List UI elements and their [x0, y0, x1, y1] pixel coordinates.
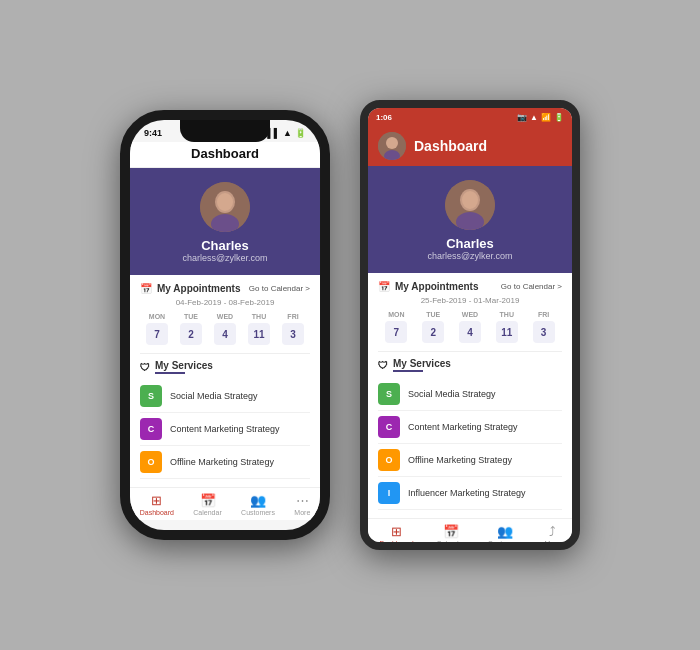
iphone-main-content[interactable]: 📅 My Appointments Go to Calendar > 04-Fe…	[130, 275, 320, 487]
iphone-go-to-calendar[interactable]: Go to Calendar >	[249, 284, 310, 293]
iphone-time: 9:41	[144, 128, 162, 138]
android-dashboard-icon: ⊞	[391, 524, 402, 539]
android-calendar-grid: MON 7 TUE 2 WED 4 THU 11 FRI 3	[378, 311, 562, 343]
iphone-date-range: 04-Feb-2019 - 08-Feb-2019	[140, 298, 310, 307]
iphone-nav-customers[interactable]: 👥 Customers	[241, 493, 275, 516]
android-hero-email: charless@zylker.com	[427, 251, 512, 261]
iphone-hero-avatar	[200, 182, 250, 232]
android-avatar-image	[378, 132, 406, 160]
android-service-label-4: Influencer Marketing Strategy	[408, 488, 526, 498]
cal-fri: FRI 3	[282, 313, 304, 345]
iphone-nav-dashboard-label: Dashboard	[140, 509, 174, 516]
iphone-service-label-3: Offline Marketing Strategy	[170, 457, 274, 467]
android-time: 1:06	[376, 113, 392, 122]
android-customers-icon: 👥	[497, 524, 513, 539]
android-nav-more[interactable]: ⤴ More	[545, 524, 561, 542]
calendar-nav-icon: 📅	[200, 493, 216, 508]
android-status-icons: 📷 ▲ 📶 🔋	[517, 113, 564, 122]
android-service-label-1: Social Media Strategy	[408, 389, 496, 399]
android-calendar-nav-icon: 📅	[443, 524, 459, 539]
iphone-services-section: 🛡 My Services	[140, 360, 310, 374]
android-status-bar: 1:06 📷 ▲ 📶 🔋	[368, 108, 572, 126]
iphone-nav-calendar-label: Calendar	[193, 509, 221, 516]
android-nav-dashboard[interactable]: ⊞ Dashboard	[379, 524, 413, 542]
iphone-service-icon-s: S	[140, 385, 162, 407]
android-nav-customers-label: Customers	[488, 540, 522, 542]
iphone-appointments-title: 📅 My Appointments	[140, 283, 241, 294]
customers-icon: 👥	[250, 493, 266, 508]
iphone-hero-banner: Charles charless@zylker.com	[130, 168, 320, 275]
android-hero-avatar	[445, 180, 495, 230]
iphone-service-icon-c: C	[140, 418, 162, 440]
android-service-1[interactable]: S Social Media Strategy	[378, 378, 562, 411]
android-header-title: Dashboard	[414, 138, 487, 154]
android-nav-more-label: More	[545, 540, 561, 542]
iphone-nav-dashboard[interactable]: ⊞ Dashboard	[140, 493, 174, 516]
svg-point-5	[386, 137, 398, 149]
android-cal-tue: TUE 2	[422, 311, 444, 343]
iphone-service-icon-o: O	[140, 451, 162, 473]
iphone-service-2[interactable]: C Content Marketing Strategy	[140, 413, 310, 446]
android-hero-name: Charles	[446, 236, 494, 251]
iphone-calendar-grid: MON 7 TUE 2 WED 4 THU 11 FRI 3	[140, 313, 310, 345]
iphone-device: 9:41 ▌▌▌ ▲ 🔋 Dashboard Charles char	[120, 110, 330, 540]
svg-point-10	[462, 191, 478, 209]
iphone-service-label-2: Content Marketing Strategy	[170, 424, 280, 434]
android-cal-fri: FRI 3	[533, 311, 555, 343]
iphone-divider	[140, 353, 310, 354]
iphone-nav-calendar[interactable]: 📅 Calendar	[193, 493, 221, 516]
iphone-header: Dashboard	[130, 142, 320, 168]
iphone-hero-email: charless@zylker.com	[182, 253, 267, 263]
iphone-notch	[180, 120, 270, 142]
iphone-screen: 9:41 ▌▌▌ ▲ 🔋 Dashboard Charles char	[130, 120, 320, 530]
android-service-2[interactable]: C Content Marketing Strategy	[378, 411, 562, 444]
android-nav-dashboard-label: Dashboard	[379, 540, 413, 542]
iphone-service-1[interactable]: S Social Media Strategy	[140, 380, 310, 413]
iphone-avatar-image	[200, 182, 250, 232]
android-services-section: 🛡 My Services	[378, 358, 562, 372]
android-more-icon: ⤴	[549, 524, 556, 539]
more-icon: ⋯	[296, 493, 309, 508]
dashboard-icon: ⊞	[151, 493, 162, 508]
android-main-content[interactable]: 📅 My Appointments Go to Calendar > 25-Fe…	[368, 273, 572, 518]
cal-thu: THU 11	[248, 313, 270, 345]
iphone-service-3[interactable]: O Offline Marketing Strategy	[140, 446, 310, 479]
android-appointments-header: 📅 My Appointments Go to Calendar >	[378, 281, 562, 292]
android-avatar-image	[445, 180, 495, 230]
android-header-avatar	[378, 132, 406, 160]
android-service-label-2: Content Marketing Strategy	[408, 422, 518, 432]
shield-icon: 🛡	[140, 362, 150, 373]
android-header: Dashboard	[368, 126, 572, 166]
iphone-hero-name: Charles	[201, 238, 249, 253]
android-cal-thu: THU 11	[496, 311, 518, 343]
iphone-service-label-1: Social Media Strategy	[170, 391, 258, 401]
android-device: 1:06 📷 ▲ 📶 🔋 Dashboard	[360, 100, 580, 550]
android-nav-calendar-label: Calendar	[437, 540, 465, 542]
iphone-appointments-header: 📅 My Appointments Go to Calendar >	[140, 283, 310, 294]
android-service-icon-o: O	[378, 449, 400, 471]
android-divider	[378, 351, 562, 352]
iphone-bottom-nav: ⊞ Dashboard 📅 Calendar 👥 Customers ⋯ Mor…	[130, 487, 320, 520]
shield-icon-android: 🛡	[378, 360, 388, 371]
iphone-header-title: Dashboard	[191, 146, 259, 161]
android-service-icon-i: I	[378, 482, 400, 504]
android-nav-calendar[interactable]: 📅 Calendar	[437, 524, 465, 542]
iphone-nav-customers-label: Customers	[241, 509, 275, 516]
android-service-4[interactable]: I Influencer Marketing Strategy	[378, 477, 562, 510]
android-service-3[interactable]: O Offline Marketing Strategy	[378, 444, 562, 477]
calendar-icon-android: 📅	[378, 281, 390, 292]
iphone-nav-more[interactable]: ⋯ More	[294, 493, 310, 516]
android-service-icon-s: S	[378, 383, 400, 405]
android-appointments-title: 📅 My Appointments	[378, 281, 479, 292]
android-date-range: 25-Feb-2019 - 01-Mar-2019	[378, 296, 562, 305]
android-screen: 1:06 📷 ▲ 📶 🔋 Dashboard	[368, 108, 572, 542]
android-cal-wed: WED 4	[459, 311, 481, 343]
android-nav-customers[interactable]: 👥 Customers	[488, 524, 522, 542]
iphone-services-underline	[155, 372, 185, 374]
android-go-to-calendar[interactable]: Go to Calendar >	[501, 282, 562, 291]
calendar-icon: 📅	[140, 283, 152, 294]
android-service-label-3: Offline Marketing Strategy	[408, 455, 512, 465]
android-cal-mon: MON 7	[385, 311, 407, 343]
android-hero-banner: Charles charless@zylker.com	[368, 166, 572, 273]
cal-mon: MON 7	[146, 313, 168, 345]
